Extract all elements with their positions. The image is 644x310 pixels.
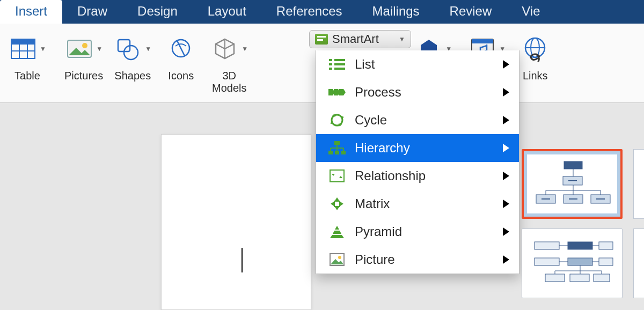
smartart-button[interactable]: SmartArt ▼ — [309, 30, 411, 48]
pictures-icon — [65, 34, 94, 63]
svg-point-8 — [124, 46, 138, 60]
tab-mailings[interactable]: Mailings — [357, 0, 435, 24]
svg-rect-23 — [335, 151, 339, 154]
submenu-arrow-icon — [503, 172, 509, 180]
smartart-menu: List Process Cycle Hierarchy Relationshi… — [316, 50, 519, 274]
ribbon-label: Icons — [168, 70, 194, 82]
svg-point-33 — [338, 256, 341, 259]
shapes-icon — [114, 34, 143, 63]
ribbon-table[interactable]: ▼ Table — [3, 28, 52, 84]
svg-rect-18 — [334, 59, 345, 61]
tab-design[interactable]: Design — [122, 0, 193, 24]
svg-rect-16 — [329, 63, 332, 65]
ribbon-tabs: Insert Draw Design Layout References Mai… — [0, 0, 644, 24]
svg-rect-19 — [334, 63, 345, 65]
chevron-down-icon: ▼ — [241, 45, 248, 53]
smartart-label: SmartArt — [332, 32, 379, 46]
gallery-item-partial[interactable] — [633, 228, 644, 298]
menu-item-label: Cycle — [355, 113, 387, 128]
smartart-menu-matrix[interactable]: Matrix — [316, 190, 519, 218]
svg-rect-53 — [568, 258, 592, 265]
svg-rect-17 — [329, 68, 332, 70]
ribbon-label: Links — [523, 70, 548, 82]
svg-rect-49 — [535, 242, 559, 249]
svg-rect-15 — [329, 59, 332, 61]
svg-rect-24 — [341, 151, 346, 154]
submenu-arrow-icon — [503, 88, 509, 97]
chevron-down-icon: ▼ — [399, 35, 405, 43]
smartart-menu-cycle[interactable]: Cycle — [316, 106, 519, 134]
svg-rect-1 — [11, 39, 35, 45]
svg-rect-34 — [564, 161, 582, 169]
matrix-icon — [328, 196, 346, 212]
gallery-item-org-chart[interactable] — [522, 149, 623, 219]
ribbon-label: Pictures — [64, 70, 103, 82]
process-icon — [328, 84, 346, 100]
svg-rect-57 — [594, 274, 610, 282]
svg-rect-52 — [535, 258, 559, 265]
gallery-item-horizontal-hierarchy[interactable] — [522, 228, 623, 298]
svg-rect-56 — [570, 274, 589, 282]
menu-item-label: Picture — [355, 252, 395, 267]
links-icon — [521, 34, 550, 63]
ribbon-label: Table — [14, 70, 40, 82]
tab-review[interactable]: Review — [435, 0, 507, 24]
3dmodels-icon — [210, 34, 239, 63]
icons-icon — [166, 34, 195, 63]
menu-item-label: List — [355, 57, 375, 72]
svg-rect-30 — [330, 170, 344, 182]
hierarchy-icon — [328, 140, 346, 156]
tab-references[interactable]: References — [261, 0, 357, 24]
ribbon-pictures[interactable]: ▼ Pictures — [59, 28, 108, 84]
svg-rect-11 — [472, 39, 493, 43]
chevron-down-icon: ▼ — [145, 45, 151, 53]
menu-item-label: Matrix — [355, 196, 390, 211]
svg-rect-50 — [568, 242, 592, 249]
submenu-arrow-icon — [503, 255, 509, 264]
submenu-arrow-icon — [503, 60, 509, 69]
hierarchy-gallery — [522, 149, 644, 308]
chevron-down-icon: ▼ — [96, 45, 103, 53]
smartart-menu-process[interactable]: Process — [316, 78, 519, 106]
document-page[interactable] — [161, 134, 311, 310]
relationship-icon — [328, 168, 346, 184]
submenu-arrow-icon — [503, 227, 509, 236]
svg-rect-54 — [599, 258, 613, 265]
ribbon-label: Shapes — [114, 70, 151, 82]
menu-item-label: Pyramid — [355, 224, 402, 239]
svg-rect-51 — [599, 242, 613, 249]
smartart-menu-relationship[interactable]: Relationship — [316, 162, 519, 190]
chevron-down-icon: ▼ — [40, 45, 46, 53]
svg-rect-22 — [328, 151, 333, 154]
svg-rect-31 — [334, 201, 340, 206]
picture-icon — [328, 252, 346, 268]
submenu-arrow-icon — [503, 116, 509, 124]
ribbon-label: 3D Models — [212, 70, 246, 94]
tab-view[interactable]: Vie — [507, 0, 555, 24]
svg-rect-55 — [545, 274, 565, 282]
smartart-menu-picture[interactable]: Picture — [316, 246, 519, 274]
pyramid-icon — [328, 224, 346, 240]
smartart-menu-hierarchy[interactable]: Hierarchy — [316, 134, 519, 162]
table-icon — [9, 34, 38, 63]
smartart-menu-list[interactable]: List — [316, 50, 519, 78]
tab-layout[interactable]: Layout — [193, 0, 261, 24]
text-cursor — [241, 248, 243, 272]
ribbon-3dmodels[interactable]: ▼ 3D Models — [205, 28, 253, 97]
svg-rect-20 — [334, 68, 345, 70]
ribbon-icons[interactable]: Icons — [157, 28, 205, 84]
menu-item-label: Hierarchy — [355, 141, 410, 156]
menu-item-label: Process — [355, 85, 401, 100]
cycle-icon — [328, 112, 346, 128]
tab-insert[interactable]: Insert — [0, 0, 62, 24]
svg-point-6 — [82, 43, 87, 48]
submenu-arrow-icon — [503, 200, 509, 208]
svg-rect-21 — [334, 141, 340, 145]
tab-draw[interactable]: Draw — [62, 0, 122, 24]
list-icon — [328, 56, 346, 72]
gallery-item-partial[interactable] — [633, 149, 644, 219]
submenu-arrow-icon — [503, 144, 509, 152]
ribbon-shapes[interactable]: ▼ Shapes — [108, 28, 157, 84]
menu-item-label: Relationship — [355, 168, 426, 183]
smartart-menu-pyramid[interactable]: Pyramid — [316, 218, 519, 246]
